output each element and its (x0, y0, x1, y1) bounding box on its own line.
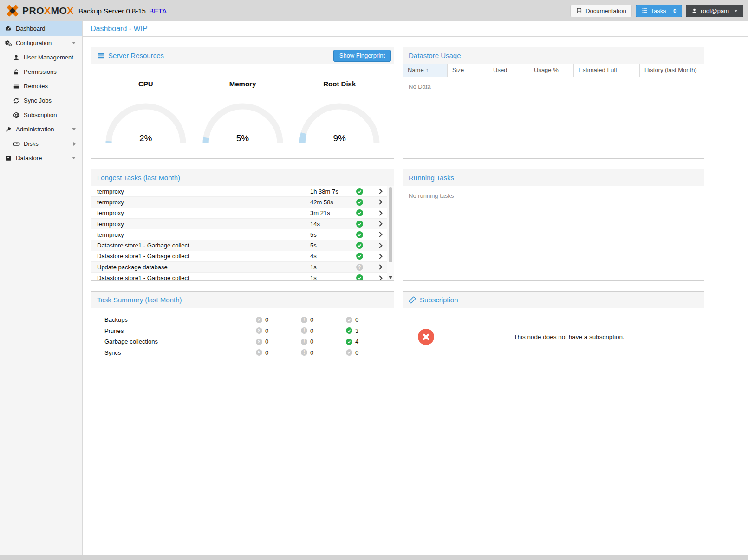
task-row[interactable]: termproxy 42m 58s ? (91, 197, 394, 208)
task-row[interactable]: termproxy 3m 21s ? (91, 208, 394, 219)
warning-count-icon: ! (301, 317, 307, 323)
longest-tasks-list: termproxy 1h 38m 7s ? termproxy 42m 58s … (91, 186, 394, 281)
task-row[interactable]: termproxy 1h 38m 7s ? (91, 186, 394, 197)
scrollbar-thumb[interactable] (389, 187, 392, 262)
chevron-right-icon[interactable] (377, 275, 382, 280)
task-duration: 3m 21s (310, 209, 353, 216)
sidebar-item-user-management[interactable]: User Management (0, 50, 82, 65)
task-name: termproxy (97, 188, 310, 195)
warning-count-icon: ! (301, 339, 307, 345)
column-header-used[interactable]: Used (488, 64, 529, 77)
task-duration: 1s (310, 264, 353, 271)
column-header-estimated-full[interactable]: Estimated Full (574, 64, 640, 77)
task-row[interactable]: Datastore store1 - Garbage collect 1s ? (91, 273, 394, 281)
task-summary-body: Backups ×0 !0 0 Prunes ×0 !0 3 Garbage c… (91, 308, 394, 358)
error-count-icon: × (256, 327, 262, 334)
task-list-icon (641, 7, 648, 14)
chevron-right-icon[interactable] (377, 243, 382, 248)
documentation-button[interactable]: Documentation (570, 5, 631, 17)
task-name: Datastore store1 - Garbage collect (97, 274, 310, 281)
summary-label: Garbage collections (104, 338, 256, 345)
status-ok-icon: ? (356, 231, 363, 238)
chevron-right-icon[interactable] (377, 265, 382, 270)
chevron-right-icon[interactable] (73, 142, 76, 146)
task-name: Datastore store1 - Garbage collect (97, 253, 310, 260)
running-tasks-panel: Running Tasks No running tasks (403, 169, 704, 281)
user-menu-button[interactable]: root@pam (686, 5, 743, 17)
sort-asc-icon: ↑ (426, 66, 429, 73)
wrench-icon (5, 126, 12, 133)
scrollbar[interactable] (387, 186, 394, 281)
sidebar-item-datastore[interactable]: Datastore (0, 151, 82, 165)
chevron-right-icon[interactable] (377, 210, 382, 215)
column-header-name[interactable]: Name↑ (403, 64, 448, 77)
chevron-right-icon[interactable] (377, 200, 382, 205)
server-resources-title: Server Resources (108, 52, 164, 59)
error-count: 0 (265, 338, 268, 345)
chevron-down-icon (734, 10, 738, 12)
chevron-down-icon[interactable] (72, 128, 76, 130)
running-tasks-header: Running Tasks (403, 169, 704, 186)
status-ok-icon: ? (356, 274, 363, 281)
warning-count: 0 (310, 327, 313, 334)
sidebar-item-configuration[interactable]: Configuration (0, 36, 82, 50)
task-summary-header: Task Summary (last Month) (91, 292, 394, 308)
sidebar-item-label: Dashboard (16, 25, 46, 32)
chevron-down-icon[interactable] (72, 157, 76, 159)
chevron-right-icon[interactable] (377, 189, 382, 194)
sidebar-item-permissions[interactable]: Permissions (0, 65, 82, 79)
sidebar-item-dashboard[interactable]: Dashboard (0, 21, 82, 36)
chevron-right-icon[interactable] (377, 232, 382, 237)
error-count: 0 (265, 349, 268, 356)
ok-count-icon (346, 327, 352, 334)
task-row[interactable]: Update package database 1s ? (91, 262, 394, 273)
memory-gauge: Memory 5% (195, 64, 290, 143)
gauge-label: Root Disk (292, 80, 387, 88)
proxmox-logo: PROXMOX (6, 4, 74, 18)
ok-count: 0 (355, 316, 358, 323)
cpu-gauge: CPU 2% (98, 64, 193, 143)
user-icon (691, 8, 697, 14)
sidebar-item-administration[interactable]: Administration (0, 122, 82, 137)
task-name: Datastore store1 - Garbage collect (97, 242, 310, 249)
column-header-size[interactable]: Size (448, 64, 488, 77)
server-resources-icon (97, 52, 104, 59)
show-fingerprint-button[interactable]: Show Fingerprint (333, 50, 391, 62)
tasks-button[interactable]: Tasks 0 (636, 5, 682, 17)
longest-tasks-header: Longest Tasks (last Month) (91, 169, 394, 186)
task-row[interactable]: Datastore store1 - Garbage collect 5s ? (91, 240, 394, 251)
hdd-icon (13, 140, 20, 147)
column-header-usage-pct[interactable]: Usage % (529, 64, 574, 77)
subscription-body: This node does not have a subscription. (403, 308, 704, 365)
server-resources-header: Server Resources Show Fingerprint (91, 47, 394, 64)
column-header-history[interactable]: History (last Month) (640, 64, 704, 77)
chevron-down-icon[interactable] (72, 42, 76, 44)
longest-tasks-title: Longest Tasks (last Month) (97, 174, 180, 182)
gauge-value: 2% (99, 133, 192, 143)
header-actions: Documentation Tasks 0 root@pam (570, 5, 743, 17)
unlock-icon (13, 68, 20, 75)
chevron-right-icon[interactable] (377, 221, 382, 226)
task-duration: 4s (310, 253, 353, 260)
task-row[interactable]: termproxy 5s ? (91, 229, 394, 240)
chevron-right-icon[interactable] (377, 254, 382, 259)
task-duration: 42m 58s (310, 199, 353, 206)
sidebar-item-subscription[interactable]: Subscription (0, 108, 82, 122)
subscription-header: Subscription (403, 292, 704, 308)
task-duration: 1h 38m 7s (310, 188, 353, 195)
task-row[interactable]: Datastore store1 - Garbage collect 4s ? (91, 251, 394, 262)
beta-link[interactable]: BETA (149, 7, 167, 15)
sidebar-item-remotes[interactable]: Remotes (0, 79, 82, 93)
dashboard-panels: Server Resources Show Fingerprint CPU 2% (83, 37, 748, 365)
ok-count: 4 (355, 338, 358, 345)
scrollbar-down-arrow-icon[interactable] (389, 276, 392, 279)
main-content: Dashboard - WIP Server Resources Show Fi… (83, 21, 748, 555)
sidebar-item-label: Datastore (16, 155, 42, 162)
sidebar-item-sync-jobs[interactable]: Sync Jobs (0, 93, 82, 108)
task-duration: 5s (310, 231, 353, 238)
task-row[interactable]: termproxy 14s ? (91, 219, 394, 229)
sidebar-item-disks[interactable]: Disks (0, 137, 82, 151)
proxmox-x-icon (6, 4, 20, 18)
task-name: termproxy (97, 221, 310, 228)
status-ok-icon: ? (356, 209, 363, 216)
